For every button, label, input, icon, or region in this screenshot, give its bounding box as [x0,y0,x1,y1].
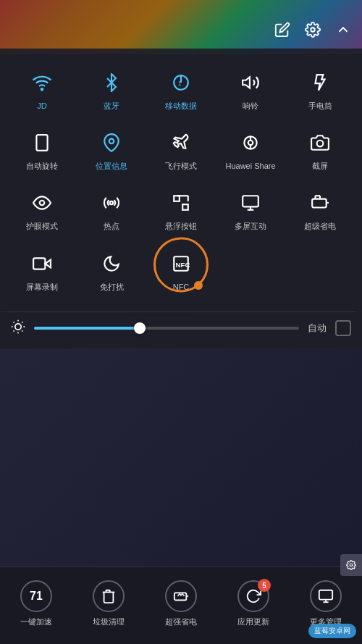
eyecare-label: 护眼模式 [26,222,58,231]
toggle-hotspot[interactable]: 热点 [77,180,146,240]
svg-point-14 [110,201,113,204]
powersave-icon-container [165,580,197,612]
svg-point-39 [350,564,353,566]
multiscreen-label: 多屏互动 [235,222,266,231]
toggle-huawei-share[interactable]: Huawei Share [216,120,285,180]
dnd-label: 免打扰 [100,283,124,292]
toggle-supersave[interactable]: 超级省电 [285,180,355,240]
toggle-screenrecord[interactable]: 屏幕录制 [7,241,77,301]
data-icon: 1 [167,68,195,97]
svg-point-12 [317,141,324,147]
screenshot-icon [306,128,334,157]
collapse-icon[interactable] [335,22,351,41]
hotspot-label: 热点 [104,222,119,231]
toggle-nfc[interactable]: NFC NFC [146,241,216,301]
svg-text:1: 1 [178,80,182,87]
nfc-highlight-dot [194,281,203,290]
sound-icon [236,68,265,97]
location-label: 位置信息 [96,162,127,171]
floating-label: 悬浮按钮 [165,222,197,231]
toggle-eyecare[interactable]: 护眼模式 [7,180,77,240]
settings-icon[interactable] [305,22,321,41]
toggles-grid: JD 蓝牙 1 移动数据 [7,59,355,301]
svg-line-37 [14,330,14,331]
speedup-label: 一键加速 [20,616,52,627]
svg-marker-5 [243,77,250,88]
screenrecord-label: 屏幕录制 [26,283,58,292]
toggle-sound[interactable]: 响铃 [216,59,285,120]
location-icon [97,128,126,157]
appupdate-icon-container: 5 [237,580,269,612]
brightness-track [34,327,299,330]
tool-cleanup[interactable]: 垃圾清理 [72,574,145,633]
svg-rect-19 [243,196,258,207]
speedup-icon-container: 71 [20,580,52,612]
wifi-label: JD [37,101,46,111]
bluetooth-label: 蓝牙 [104,101,119,111]
appupdate-label: 应用更新 [237,616,269,627]
toggle-wifi[interactable]: JD [7,59,77,120]
svg-line-34 [22,330,22,331]
flashlight-label: 手电筒 [308,101,332,111]
toggles-panel: JD 蓝牙 1 移动数据 [0,49,362,311]
svg-rect-16 [182,205,188,211]
toggle-data[interactable]: 1 移动数据 [146,59,216,120]
quick-settings-panel: JD 蓝牙 1 移动数据 [0,0,362,644]
data-label: 移动数据 [165,101,197,111]
toggle-bluetooth[interactable]: 蓝牙 [77,59,146,120]
toggle-screenshot[interactable]: 截屏 [285,120,355,180]
huawei-share-icon [236,128,265,157]
brightness-fill [34,327,140,330]
toggle-floating[interactable]: 悬浮按钮 [146,180,216,240]
svg-line-38 [22,322,22,322]
flashlight-icon [306,68,334,97]
toggle-flashlight[interactable]: 手电筒 [285,59,355,120]
brightness-icon [11,319,25,338]
svg-point-9 [248,141,253,146]
tool-speedup[interactable]: 71 一键加速 [0,574,72,633]
svg-point-7 [109,139,114,144]
svg-point-0 [311,28,315,32]
toggle-airplane[interactable]: 飞行模式 [146,120,216,180]
cleanup-label: 垃圾清理 [93,616,125,627]
eyecare-icon [28,188,56,217]
floating-icon [167,188,195,217]
screenshot-label: 截屏 [312,162,328,171]
tool-appupdate[interactable]: 5 应用更新 [217,574,290,633]
supersave-label: 超级省电 [304,222,336,231]
dnd-icon [97,249,126,278]
screenrecord-icon [28,249,56,278]
svg-rect-41 [319,590,332,600]
svg-marker-26 [45,259,51,267]
moremanage-icon-container [310,580,342,612]
powersave-label: 超强省电 [165,616,197,627]
cleanup-icon-container [93,580,125,612]
toggle-dnd[interactable]: 免打扰 [77,241,146,301]
appupdate-badge: 5 [258,579,271,592]
nfc-icon: NFC [167,249,195,278]
brightness-slider[interactable] [34,327,299,330]
wifi-icon [28,68,56,97]
tool-powersave[interactable]: 超强省电 [145,574,217,633]
multiscreen-icon [236,188,265,217]
toggle-rotate[interactable]: 自动旋转 [7,120,77,180]
svg-rect-27 [33,258,45,269]
edit-icon[interactable] [274,22,290,41]
airplane-label: 飞行模式 [165,162,197,171]
sound-label: 响铃 [243,101,258,111]
rotate-icon [28,128,56,157]
auto-toggle[interactable] [335,320,351,336]
supersave-icon [306,188,334,217]
svg-point-30 [15,324,21,330]
brightness-thumb[interactable] [134,322,146,334]
svg-text:NFC: NFC [175,261,190,269]
settings-overlay-icon[interactable] [340,554,362,576]
huawei-share-label: Huawei Share [225,162,275,171]
watermark: 蓝莓安卓网 [308,624,356,638]
svg-rect-22 [312,199,327,208]
toggle-location[interactable]: 位置信息 [77,120,146,180]
rotate-label: 自动旋转 [26,162,58,171]
header-bar [0,0,362,49]
tools-grid: 71 一键加速 垃圾清理 [0,574,362,633]
toggle-multiscreen[interactable]: 多屏互动 [216,180,285,240]
